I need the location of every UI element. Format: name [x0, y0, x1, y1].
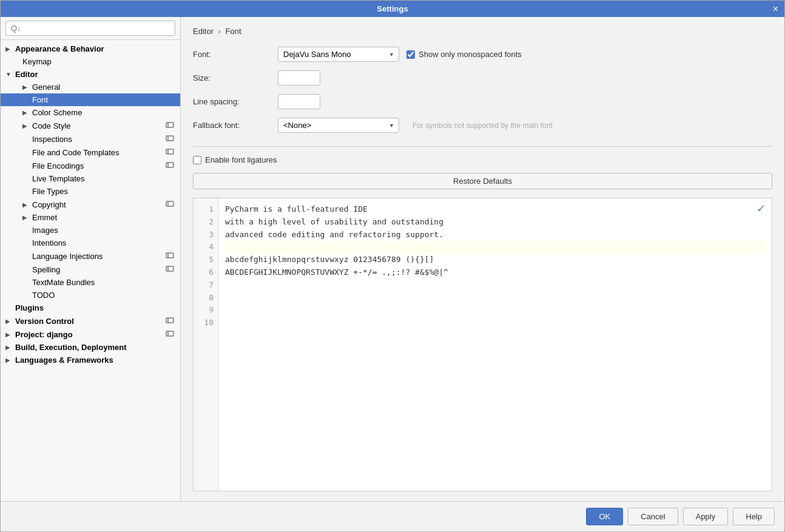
sidebar-item-emmet[interactable]: ▶Emmet [1, 211, 180, 224]
svg-rect-0 [166, 123, 174, 127]
settings-icon-project-django [166, 329, 175, 339]
sidebar-item-keymap[interactable]: Keymap [1, 55, 180, 68]
line-number: 3 [194, 229, 218, 241]
sidebar-item-textmate-bundles[interactable]: TextMate Bundles [1, 276, 180, 289]
svg-rect-10 [166, 253, 174, 258]
sidebar-item-editor[interactable]: ▼Editor [1, 68, 180, 81]
font-select[interactable]: DejaVu Sans Mono [278, 47, 399, 62]
sidebar-item-inspections[interactable]: Inspections [1, 132, 180, 146]
line-number: 1 [194, 203, 218, 216]
sidebar-item-file-types[interactable]: File Types [1, 185, 180, 198]
help-button[interactable]: Help [733, 508, 775, 525]
line-number: 10 [194, 317, 218, 329]
line-spacing-label: Line spacing: [193, 97, 278, 106]
settings-icon-copyright [166, 200, 175, 209]
sidebar-label-languages-frameworks: Languages & Frameworks [15, 355, 175, 365]
breadcrumb: Editor › Font [193, 27, 772, 36]
sidebar-item-languages-frameworks[interactable]: ▶Languages & Frameworks [1, 354, 180, 366]
line-number: 6 [194, 266, 218, 279]
sidebar-item-font[interactable]: Font [1, 93, 180, 106]
close-button[interactable]: × [773, 4, 778, 14]
checkmark-icon: ✓ [756, 202, 766, 215]
code-line [225, 317, 766, 329]
sidebar-item-file-code-templates[interactable]: File and Code Templates [1, 146, 180, 159]
sidebar-item-code-style[interactable]: ▶Code Style [1, 119, 180, 132]
settings-icon-file-encodings [166, 161, 175, 170]
dialog-title: Settings [377, 4, 408, 13]
settings-icon-file-code-templates [166, 147, 175, 157]
arrow-icon-editor: ▼ [5, 71, 14, 78]
fallback-font-controls: <None> For symbols not supported by the … [278, 118, 553, 133]
ok-button[interactable]: OK [586, 508, 623, 525]
sidebar-label-plugins: Plugins [15, 303, 175, 312]
svg-rect-2 [166, 136, 174, 141]
size-input[interactable]: 22 [278, 70, 320, 86]
sidebar-label-keymap: Keymap [22, 57, 175, 66]
sidebar-item-build-execution-deployment[interactable]: ▶Build, Execution, Deployment [1, 341, 180, 354]
svg-rect-14 [166, 318, 174, 323]
sidebar-label-textmate-bundles: TextMate Bundles [32, 278, 175, 287]
code-line [225, 279, 766, 292]
settings-icon-language-injections [166, 251, 175, 261]
line-number: 9 [194, 304, 218, 317]
line-spacing-input[interactable]: 1.0 [278, 94, 320, 109]
line-number: 7 [194, 279, 218, 292]
restore-defaults-button[interactable]: Restore Defaults [193, 173, 772, 189]
font-label: Font: [193, 50, 278, 59]
footer: OK Cancel Apply Help [1, 501, 784, 531]
code-line [225, 292, 766, 305]
show-mono-checkbox[interactable] [406, 50, 415, 59]
content-area: ▶Appearance & BehaviorKeymap▼Editor▶Gene… [1, 17, 784, 501]
arrow-icon-languages-frameworks: ▶ [5, 357, 14, 363]
sidebar-label-version-control: Version Control [15, 317, 166, 326]
sidebar-label-project-django: Project: django [15, 330, 166, 339]
sidebar-item-plugins[interactable]: Plugins [1, 301, 180, 314]
ligatures-row: Enable font ligatures [193, 155, 772, 164]
title-bar: Settings × [1, 1, 784, 17]
sidebar-label-emmet: Emmet [32, 213, 175, 222]
sidebar-item-todo[interactable]: TODO [1, 289, 180, 301]
sidebar-item-color-scheme[interactable]: ▶Color Scheme [1, 106, 180, 119]
search-box [1, 17, 180, 40]
sidebar-item-intentions[interactable]: Intentions [1, 237, 180, 249]
sidebar-item-general[interactable]: ▶General [1, 81, 180, 93]
sidebar-label-general: General [32, 82, 175, 92]
sidebar-item-project-django[interactable]: ▶Project: django [1, 328, 180, 341]
apply-button[interactable]: Apply [683, 508, 729, 525]
sidebar-item-live-templates[interactable]: Live Templates [1, 172, 180, 185]
sidebar-label-inspections: Inspections [32, 135, 166, 144]
line-spacing-row: Line spacing: 1.0 [193, 94, 772, 109]
fallback-font-select[interactable]: <None> [278, 118, 399, 133]
sidebar: ▶Appearance & BehaviorKeymap▼Editor▶Gene… [1, 17, 181, 501]
ligatures-checkbox-row: Enable font ligatures [193, 155, 277, 164]
code-line [225, 304, 766, 317]
sidebar-item-images[interactable]: Images [1, 224, 180, 237]
font-controls: DejaVu Sans Mono Show only monospaced fo… [278, 47, 522, 62]
svg-rect-6 [166, 163, 174, 167]
fallback-hint: For symbols not supported by the main fo… [413, 121, 553, 130]
sidebar-item-copyright[interactable]: ▶Copyright [1, 198, 180, 211]
sidebar-item-version-control[interactable]: ▶Version Control [1, 314, 180, 328]
settings-icon-code-style [166, 121, 175, 130]
fallback-font-row: Fallback font: <None> For symbols not su… [193, 118, 772, 133]
sidebar-item-file-encodings[interactable]: File Encodings [1, 159, 180, 172]
nav-tree: ▶Appearance & BehaviorKeymap▼Editor▶Gene… [1, 40, 180, 501]
code-line: PyCharm is a full-featured IDE [225, 203, 766, 216]
code-line: advanced code editing and refactoring su… [225, 229, 766, 241]
sidebar-label-appearance: Appearance & Behavior [15, 44, 175, 53]
svg-rect-12 [166, 266, 174, 271]
sidebar-item-appearance[interactable]: ▶Appearance & Behavior [1, 42, 180, 55]
sidebar-label-images: Images [32, 226, 175, 235]
sidebar-item-spelling[interactable]: Spelling [1, 263, 180, 276]
preview-area: 12345678910 PyCharm is a full-featured I… [193, 198, 772, 491]
settings-icon-version-control [166, 316, 175, 326]
breadcrumb-editor: Editor [193, 27, 214, 36]
line-number: 5 [194, 254, 218, 266]
code-content: PyCharm is a full-featured IDEwith a hig… [219, 198, 772, 491]
ligatures-checkbox[interactable] [193, 156, 201, 164]
sidebar-item-language-injections[interactable]: Language Injections [1, 249, 180, 263]
search-input[interactable] [5, 21, 175, 36]
svg-rect-4 [166, 149, 174, 154]
cancel-button[interactable]: Cancel [628, 508, 678, 525]
sidebar-label-todo: TODO [32, 291, 175, 300]
